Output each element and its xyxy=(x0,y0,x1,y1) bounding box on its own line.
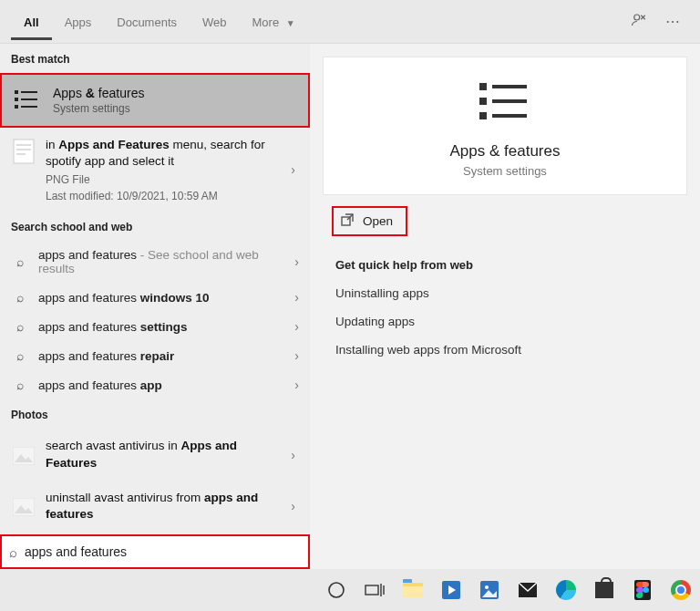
tab-more-label: More xyxy=(252,16,280,29)
svg-point-0 xyxy=(634,15,640,20)
search-box[interactable]: ⌕ xyxy=(0,534,310,569)
microsoft-store-icon[interactable] xyxy=(587,572,622,608)
best-match-subtitle: System settings xyxy=(53,102,144,115)
svg-rect-23 xyxy=(365,585,378,595)
feedback-icon[interactable] xyxy=(622,3,656,41)
png-type: PNG File xyxy=(46,173,287,186)
svg-rect-5 xyxy=(21,98,37,100)
svg-rect-8 xyxy=(16,144,31,146)
edge-icon[interactable] xyxy=(549,572,583,608)
svg-point-22 xyxy=(329,583,344,597)
search-icon: ⌕ xyxy=(11,319,29,334)
detail-subtitle: System settings xyxy=(463,164,547,178)
chevron-right-icon: › xyxy=(287,162,299,177)
result-png-file[interactable]: in Apps and Features menu, search for sp… xyxy=(0,128,310,212)
chevron-right-icon: › xyxy=(294,348,299,363)
chrome-icon[interactable] xyxy=(664,572,698,608)
cortana-circle-icon[interactable] xyxy=(319,572,354,608)
task-view-icon[interactable] xyxy=(357,572,392,608)
section-photos: Photos xyxy=(0,399,310,429)
best-match-apps-features[interactable]: Apps & features System settings xyxy=(0,73,310,128)
photo-title: uninstall avast antivirus from apps and … xyxy=(46,490,287,523)
suggestion-text: apps and features - See school and web r… xyxy=(38,248,294,275)
list-settings-icon xyxy=(479,79,530,129)
suggestion-4[interactable]: ⌕ apps and features app › xyxy=(0,370,310,399)
search-tabbar: All Apps Documents Web More ▼ ⋯ xyxy=(0,0,700,44)
suggestion-text: apps and features app xyxy=(38,378,294,392)
tab-apps[interactable]: Apps xyxy=(52,3,105,40)
chevron-right-icon: › xyxy=(294,378,299,392)
section-search-web: Search school and web xyxy=(0,212,310,241)
suggestion-3[interactable]: ⌕ apps and features repair › xyxy=(0,341,310,370)
open-button[interactable]: Open xyxy=(332,206,407,236)
more-options-icon[interactable]: ⋯ xyxy=(656,4,689,39)
search-icon: ⌕ xyxy=(11,348,29,363)
movies-tv-icon[interactable] xyxy=(434,572,468,608)
svg-rect-18 xyxy=(492,85,527,88)
svg-rect-2 xyxy=(15,98,18,101)
svg-rect-15 xyxy=(479,83,487,90)
results-panel: Best match Apps & features System settin… xyxy=(0,44,310,570)
best-match-title: Apps & features xyxy=(53,86,144,100)
suggestion-text: apps and features windows 10 xyxy=(38,291,294,305)
figma-icon[interactable] xyxy=(625,572,660,608)
suggestion-2[interactable]: ⌕ apps and features settings › xyxy=(0,312,310,341)
open-external-icon xyxy=(341,213,354,229)
chevron-right-icon: › xyxy=(294,290,299,305)
svg-rect-3 xyxy=(15,105,18,109)
svg-rect-10 xyxy=(16,153,26,155)
suggestion-1[interactable]: ⌕ apps and features windows 10 › xyxy=(0,283,310,312)
photo-result-1[interactable]: uninstall avast antivirus from apps and … xyxy=(0,481,310,532)
image-file-icon xyxy=(11,139,36,164)
photo-title: search avast antivirus in Apps and Featu… xyxy=(46,438,287,471)
open-label: Open xyxy=(363,214,393,228)
svg-rect-6 xyxy=(21,106,37,108)
image-thumbnail-icon xyxy=(11,443,36,469)
search-icon: ⌕ xyxy=(11,290,29,305)
search-input[interactable] xyxy=(25,544,301,559)
png-title: in Apps and Features menu, search for sp… xyxy=(46,137,287,170)
png-modified: Last modified: 10/9/2021, 10:59 AM xyxy=(46,190,287,202)
tab-web[interactable]: Web xyxy=(190,3,240,40)
suggestion-0[interactable]: ⌕ apps and features - See school and web… xyxy=(0,241,310,283)
file-explorer-icon[interactable] xyxy=(396,572,430,608)
chevron-right-icon: › xyxy=(294,319,299,334)
search-icon: ⌕ xyxy=(9,544,17,560)
section-best-match: Best match xyxy=(0,44,310,73)
photos-app-icon[interactable] xyxy=(472,572,507,608)
quick-link-webapps[interactable]: Installing web apps from Microsoft xyxy=(323,336,687,364)
svg-point-29 xyxy=(485,585,489,589)
search-icon: ⌕ xyxy=(11,254,29,269)
quick-help-header: Get quick help from web xyxy=(323,242,687,279)
svg-rect-4 xyxy=(21,91,37,93)
svg-rect-9 xyxy=(16,149,31,150)
chevron-right-icon: › xyxy=(287,448,299,462)
detail-title: Apps & features xyxy=(450,142,561,161)
svg-rect-7 xyxy=(14,140,34,163)
svg-rect-20 xyxy=(492,114,527,118)
detail-panel: Apps & features System settings Open Get… xyxy=(310,44,700,570)
quick-link-update[interactable]: Updating apps xyxy=(323,307,687,336)
chevron-down-icon: ▼ xyxy=(286,18,295,28)
svg-rect-19 xyxy=(492,99,527,103)
suggestion-text: apps and features settings xyxy=(38,320,294,334)
detail-card: Apps & features System settings xyxy=(323,57,687,195)
chevron-right-icon: › xyxy=(294,254,299,269)
mail-icon[interactable] xyxy=(510,572,545,608)
list-settings-icon xyxy=(13,86,42,115)
image-thumbnail-icon xyxy=(11,494,36,520)
svg-rect-17 xyxy=(479,112,487,119)
taskbar xyxy=(0,569,700,611)
svg-rect-16 xyxy=(479,98,487,105)
chevron-right-icon: › xyxy=(287,499,299,513)
search-icon: ⌕ xyxy=(11,378,29,392)
svg-rect-1 xyxy=(15,90,18,94)
quick-link-uninstall[interactable]: Uninstalling apps xyxy=(323,279,687,307)
photo-result-0[interactable]: search avast antivirus in Apps and Featu… xyxy=(0,429,310,480)
suggestion-text: apps and features repair xyxy=(38,349,294,363)
tab-documents[interactable]: Documents xyxy=(104,3,190,40)
tab-more[interactable]: More ▼ xyxy=(240,3,308,40)
tab-all[interactable]: All xyxy=(11,3,52,40)
